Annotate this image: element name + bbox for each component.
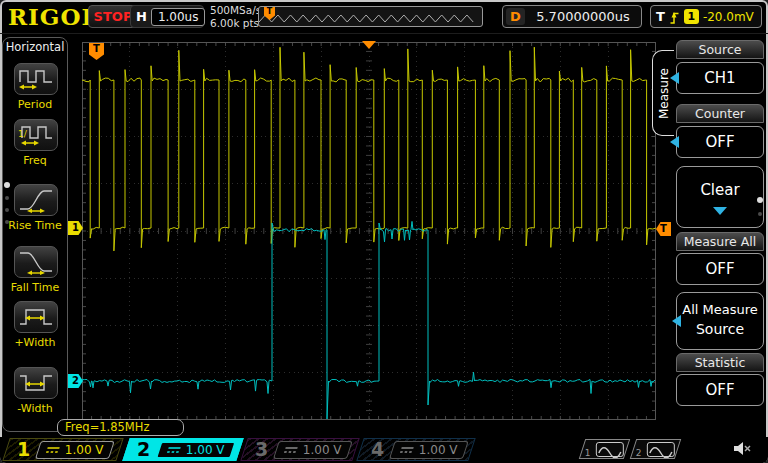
menu-item-measure-all-value[interactable]: OFF [676,253,764,285]
dc-coupling-icon [166,445,183,455]
sine-wave-icon [596,442,624,457]
delay-value: 5.70000000us [525,9,641,24]
display-center-marker-icon [362,41,376,49]
rising-edge-icon [669,9,680,25]
dc-coupling-icon [45,445,62,455]
trigger-t-label: T [656,9,665,24]
menu-item-counter-label: Counter [676,104,764,123]
trigger-source-badge: 1 [684,9,699,24]
source-number: 2 [636,448,642,458]
trigger-level-value: -20.0mV [703,10,754,24]
delay-badge: D [506,8,525,25]
channel-number: 2 [137,439,150,460]
page-indicator-dot [5,208,9,212]
menu-item-counter-value[interactable]: OFF [676,126,764,158]
menu-item-all-measure-source[interactable]: All Measure Source [676,292,764,350]
timebase-value: 1.00us [151,8,206,26]
memory-waveform-icon [259,7,480,26]
dc-coupling-icon [283,445,300,455]
page-indicator-dot [4,182,10,188]
menu-button-period[interactable] [14,63,58,95]
left-arrow-icon [670,72,679,84]
source1-waveform-button[interactable]: 1 [579,439,630,459]
plus-width-icon [18,304,54,330]
oscilloscope-screen: RIGOL STOP H 1.00us 500MSa/s 6.00k pts T… [0,0,768,463]
rise-time-icon [18,187,54,213]
vertical-scale: 1.00 V [419,443,458,457]
ch1-ground-marker[interactable]: 1 [68,221,83,235]
channel4-slot[interactable]: 4 1.00 V [356,438,475,461]
vertical-scale: 1.00 V [186,443,225,457]
menu-button-label: Period [3,98,67,111]
period-icon [18,66,54,92]
channel3-slot[interactable]: 3 1.00 V [240,438,359,461]
rigol-logo: RIGOL [8,3,99,30]
frequency-readout: Freq=1.85MHz [57,419,184,436]
channel-number: 4 [371,439,384,460]
menu-item-statistic-label: Statistic [676,353,764,372]
menu-button-label: Rise Time [3,219,67,232]
timebase-group[interactable]: H 1.00us [130,5,204,28]
menu-item-clear[interactable]: Clear [676,166,764,228]
left-menu-title: Horizontal [3,40,67,54]
channel-number: 3 [255,439,268,460]
vertical-scale: 1.00 V [303,443,342,457]
menu-button-label: -Width [3,402,67,415]
ch1-trace [82,47,656,251]
waveform-display [82,42,656,420]
page-indicator-dot [757,197,763,203]
freq-icon: 1/ [18,122,54,148]
down-arrow-icon [713,207,727,215]
left-arrow-icon [670,136,679,148]
menu-button-label: Freq [3,154,67,167]
menu-button-label: Fall Time [3,281,67,294]
memory-depth: 6.00k pts [210,17,261,30]
ch2-ground-marker[interactable]: 2 [68,374,83,388]
dc-coupling-icon [399,445,416,455]
channel1-slot[interactable]: 1 1.00 V [2,438,123,461]
page-indicator-dot [5,220,9,224]
menu-button-fall-time[interactable] [14,246,58,278]
left-arrow-icon [672,315,681,327]
topbar-divider [0,33,768,34]
graticule [82,42,656,420]
source2-waveform-button[interactable]: 2 [630,439,681,459]
minus-width-icon [18,370,54,396]
vertical-scale: 1.00 V [65,443,104,457]
trigger-delay-group: D 5.70000000us [502,5,642,28]
menu-button-label: +Width [3,336,67,349]
speaker-muted-icon[interactable] [732,440,752,462]
menu-item-source-value[interactable]: CH1 [676,62,764,94]
menu-button-freq[interactable]: 1/ [14,119,58,151]
svg-text:1/: 1/ [18,129,28,139]
memory-position-bar[interactable]: T [258,6,483,27]
horizontal-label: H [136,9,147,24]
menu-item-source-label: Source [676,40,764,59]
menu-item-statistic-value[interactable]: OFF [676,374,764,406]
measure-menu: Source CH1 Counter OFF Clear Measure All… [674,36,766,432]
page-indicator-dot [5,196,9,200]
source-number: 1 [585,448,591,458]
menu-button-minus-width[interactable] [14,367,58,399]
sine-wave-icon [647,442,675,457]
measure-menu-tab: Measure [652,50,674,136]
trigger-level-marker[interactable]: T [656,222,671,236]
menu-button-plus-width[interactable] [14,301,58,333]
page-indicator-dot [758,212,762,216]
acquisition-info: 500MSa/s 6.00k pts [210,4,261,30]
menu-button-rise-time[interactable] [14,184,58,216]
sample-rate: 500MSa/s [210,4,261,17]
fall-time-icon [18,249,54,275]
trigger-status-group: T 1 -20.0mV [650,5,762,28]
channel-status-bar: 1 1.00 V 2 1.00 V 3 [0,437,768,463]
channel-number: 1 [17,439,30,460]
channel2-slot[interactable]: 2 1.00 V [122,438,243,461]
horizontal-measure-menu: Horizontal Period 1/ Freq [2,37,68,432]
menu-item-measure-all-label: Measure All [676,232,764,251]
